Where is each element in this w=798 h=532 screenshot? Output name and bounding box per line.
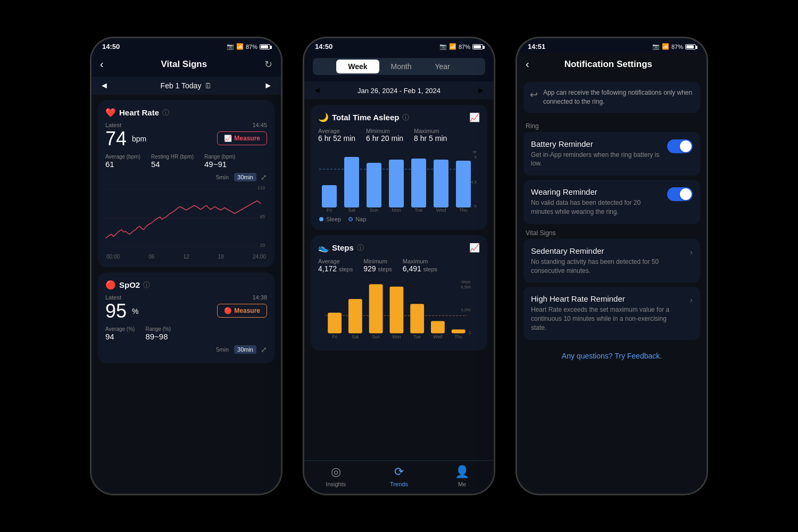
- trends-prev-btn[interactable]: ◄: [313, 86, 321, 95]
- steps-card: 👟 Steps ⓘ 📈 Average 4,172 steps: [311, 235, 487, 351]
- signal-icon: 📶: [236, 43, 244, 50]
- period-tabs: Week Month Year: [313, 58, 485, 75]
- spo2-title: SpO2: [119, 280, 140, 289]
- svg-rect-33: [389, 287, 403, 334]
- sleep-card: 🌙 Total Time Asleep ⓘ 📈 Average 6 hr 52 …: [311, 105, 487, 230]
- steps-card-header: 👟 Steps ⓘ 📈: [318, 243, 480, 253]
- nav-me[interactable]: 👤 Me: [446, 465, 478, 487]
- svg-text:6,500: 6,500: [461, 285, 470, 289]
- date-nav-1: ◄ Feb 1 Today 🗓 ►: [92, 77, 281, 95]
- svg-text:Tue: Tue: [413, 334, 421, 339]
- date-display-1: Feb 1 Today 🗓: [161, 81, 212, 90]
- steps-stats: Average 4,172 steps Minimum 929 steps: [318, 258, 480, 273]
- hr-chart-svg: 110 65 20: [105, 184, 267, 253]
- status-icons-1: 📷 📶 87%: [227, 43, 270, 50]
- steps-maximum: Maximum 6,491 steps: [403, 258, 437, 273]
- spo2-range-stat: Range (%) 89~98: [145, 326, 171, 341]
- refresh-icon[interactable]: ↻: [264, 59, 272, 70]
- back-button-vital[interactable]: ‹: [100, 58, 104, 70]
- svg-rect-35: [431, 321, 445, 333]
- section-vital-label: Vital Signs: [517, 225, 706, 239]
- battery-reminder-toggle[interactable]: [667, 139, 693, 153]
- wearing-reminder-item: Wearing Reminder No valid data has been …: [523, 180, 700, 224]
- spo2-value-row: 95 %: [105, 302, 139, 321]
- high-hr-reminder-item[interactable]: High Heart Rate Reminder Heart Rate exce…: [523, 287, 700, 339]
- feedback-link[interactable]: Any questions? Try Feedback.: [517, 341, 706, 371]
- sleep-info-icon[interactable]: ⓘ: [402, 113, 409, 122]
- spo2-value: 95: [105, 302, 127, 321]
- nav-insights[interactable]: ◎ Insights: [320, 465, 352, 487]
- spo2-average-stat: Average (%) 94: [105, 326, 135, 341]
- trends-scroll: 🌙 Total Time Asleep ⓘ 📈 Average 6 hr 52 …: [304, 99, 494, 460]
- svg-text:hr: hr: [473, 149, 477, 154]
- interval-5min-btn[interactable]: 5min: [213, 173, 232, 181]
- wearing-reminder-title: Wearing Reminder: [531, 187, 661, 196]
- insights-label: Insights: [326, 481, 346, 487]
- next-date-btn[interactable]: ►: [264, 81, 272, 90]
- tab-year[interactable]: Year: [423, 60, 461, 73]
- svg-rect-13: [367, 163, 381, 207]
- trends-label: Trends: [390, 481, 408, 487]
- svg-text:Sun: Sun: [372, 334, 380, 339]
- trends-icon: ⟳: [394, 465, 404, 479]
- sedentary-reminder-item[interactable]: Sedentary Reminder No standing activity …: [523, 239, 700, 283]
- spo2-expand-icon[interactable]: ⤢: [261, 345, 267, 354]
- prev-date-btn[interactable]: ◄: [100, 81, 109, 90]
- sedentary-desc: No standing activity has been detected f…: [531, 257, 684, 276]
- trends-next-btn[interactable]: ►: [477, 86, 485, 95]
- spo2-interval-30min[interactable]: 30min: [234, 345, 256, 354]
- status-icons-3: 📷 📶 87%: [652, 43, 696, 50]
- svg-rect-34: [410, 304, 424, 333]
- hr-latest-row: Latest 74 bpm 14:45 📈 Measure: [105, 122, 267, 148]
- camera-status-icon-3: 📷: [652, 43, 660, 50]
- hr-info-icon[interactable]: ⓘ: [162, 108, 169, 118]
- expand-icon[interactable]: ⤢: [261, 173, 267, 181]
- section-ring-label: Ring: [517, 118, 706, 132]
- steps-info-icon[interactable]: ⓘ: [357, 243, 364, 253]
- svg-text:65: 65: [260, 213, 265, 219]
- nav-trends[interactable]: ⟳ Trends: [383, 465, 415, 487]
- hr-measure-icon: 📈: [224, 135, 232, 142]
- wearing-reminder-toggle[interactable]: [667, 187, 693, 201]
- tab-month[interactable]: Month: [379, 60, 423, 73]
- tab-week[interactable]: Week: [336, 60, 379, 73]
- hr-measure-button[interactable]: 📈 Measure: [217, 131, 267, 145]
- status-bar-1: 14:50 📷 📶 87%: [92, 38, 281, 53]
- status-icons-2: 📷 📶 87%: [439, 43, 483, 50]
- screen-notifications: ‹ Notification Settings ↩ App can receiv…: [517, 53, 706, 494]
- steps-title-row: 👟 Steps ⓘ: [318, 243, 364, 253]
- spo2-measure-button[interactable]: 🔴 Measure: [217, 304, 267, 318]
- sedentary-content: Sedentary Reminder No standing activity …: [531, 246, 690, 276]
- sleep-card-header: 🌙 Total Time Asleep ⓘ 📈: [318, 112, 480, 122]
- battery-pct-3: 87%: [671, 44, 683, 50]
- spo2-header: 🔴 SpO2 ⓘ: [105, 280, 267, 290]
- spo2-latest-row: Latest 95 % 14:38 🔴 Measure: [105, 294, 267, 321]
- spo2-unit: %: [132, 307, 138, 315]
- back-button-notif[interactable]: ‹: [526, 58, 529, 70]
- battery-pct-2: 87%: [459, 44, 470, 50]
- steps-title: Steps: [332, 243, 354, 252]
- spo2-info-icon[interactable]: ⓘ: [143, 280, 150, 290]
- sleep-chart-icon[interactable]: 📈: [469, 112, 480, 122]
- svg-text:9: 9: [475, 155, 477, 160]
- spo2-interval-5min[interactable]: 5min: [213, 345, 232, 354]
- notif-info-box: ↩ App can receive the following notifica…: [523, 82, 700, 113]
- svg-rect-17: [456, 161, 471, 207]
- sleep-maximum: Maximum 8 hr 5 min: [414, 128, 447, 143]
- vital-signs-title: Vital Signs: [161, 59, 207, 70]
- svg-text:Thu: Thu: [459, 207, 468, 213]
- svg-rect-16: [434, 160, 448, 207]
- notif-title: Notification Settings: [564, 59, 652, 70]
- interval-30min-btn[interactable]: 30min: [234, 173, 256, 181]
- phone-vital-signs: 14:50 📷 📶 87% ‹ Vital Signs ↻ ◄ Feb 1 To…: [90, 37, 282, 495]
- battery-reminder-content: Battery Reminder Get in-App reminders wh…: [531, 139, 667, 169]
- sleep-minimum: Minimum 6 hr 20 min: [366, 128, 403, 143]
- svg-text:Tue: Tue: [414, 207, 422, 213]
- screen-vital-signs: ‹ Vital Signs ↻ ◄ Feb 1 Today 🗓 ► ❤️ Hea…: [92, 53, 281, 494]
- bottom-nav: ◎ Insights ⟳ Trends 👤 Me: [304, 460, 494, 494]
- time-3: 14:51: [528, 43, 545, 51]
- hr-interval-row: 5min 30min ⤢: [105, 173, 267, 181]
- svg-rect-11: [322, 185, 337, 207]
- battery-reminder-title: Battery Reminder: [531, 139, 661, 148]
- steps-chart-icon[interactable]: 📈: [469, 243, 480, 253]
